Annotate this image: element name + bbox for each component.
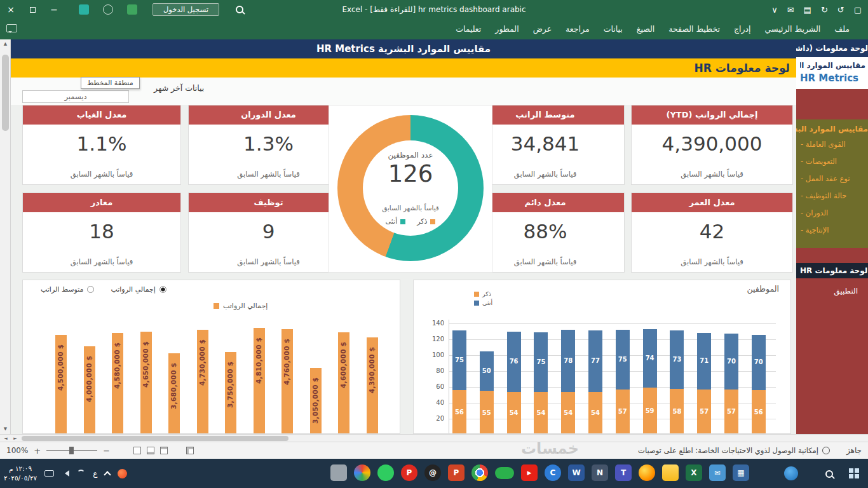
search-icon[interactable] bbox=[236, 4, 243, 16]
comments-icon[interactable] bbox=[6, 24, 17, 32]
scroll-up-icon[interactable]: ▲ bbox=[0, 39, 11, 49]
cortana-icon[interactable] bbox=[784, 466, 798, 480]
zoom-slider-thumb[interactable] bbox=[69, 447, 74, 454]
powerpoint-icon[interactable]: P bbox=[448, 464, 465, 481]
kpi-card-hires[interactable]: توظيف 9 قياساً بالشهر السابق bbox=[188, 193, 349, 273]
excel-app-icon[interactable] bbox=[127, 4, 137, 15]
app-launcher-icon[interactable] bbox=[79, 4, 89, 15]
printer-icon[interactable] bbox=[330, 464, 347, 481]
clock[interactable]: ١٢:٠٩ م ٢٠٢٥/٠٥/٢٧ bbox=[4, 464, 37, 482]
pinterest-icon[interactable]: P bbox=[401, 464, 417, 481]
kpi-title: معدل العمر bbox=[632, 193, 792, 212]
email-icon[interactable]: ✉ bbox=[787, 5, 794, 15]
wifi-icon[interactable] bbox=[77, 470, 85, 478]
excel-icon[interactable]: X bbox=[686, 464, 702, 481]
vertical-scroll-thumb[interactable] bbox=[2, 55, 9, 131]
employees-chart-panel[interactable]: الموظفين ذكرأنثى 14012010080604020755650… bbox=[413, 280, 791, 434]
radio-option-average-salary[interactable]: متوسط الراتب bbox=[41, 285, 94, 294]
minimize-icon[interactable]: − bbox=[43, 0, 65, 19]
ribbon-tab-8[interactable]: عرض bbox=[526, 19, 559, 39]
ribbon-tab-6[interactable]: بيانات bbox=[597, 19, 630, 39]
employee-count-donut-chart[interactable]: عدد الموظفين 126 قياساً بالشهر السابق ذك… bbox=[337, 115, 484, 261]
threads-icon[interactable]: @ bbox=[424, 464, 441, 481]
restore-icon[interactable] bbox=[22, 0, 43, 19]
opera-icon[interactable] bbox=[118, 469, 127, 478]
legend-marker bbox=[400, 219, 405, 224]
mail-icon[interactable]: ✉ bbox=[709, 464, 726, 481]
sign-in-button[interactable]: تسجيل الدخول bbox=[153, 3, 219, 16]
salary-chart-panel[interactable]: متوسط الراتب إجمالي الرواتب إجمالي الروا… bbox=[22, 280, 400, 434]
ribbon-tab-5[interactable]: الصيغ bbox=[630, 19, 662, 39]
volume-icon[interactable] bbox=[62, 470, 69, 477]
scroll-down-icon[interactable]: ▼ bbox=[0, 424, 11, 434]
ribbon-tab-4[interactable]: تخطيط الصفحة bbox=[661, 19, 727, 39]
zoom-in-button[interactable]: + bbox=[34, 446, 41, 456]
kpi-card-absence-rate[interactable]: معدل الغياب 1.1% قياساً بالشهر السابق bbox=[22, 105, 181, 185]
kpi-note: قياساً بالشهر السابق bbox=[189, 170, 348, 179]
sidebar-item-3[interactable]: - نوع عقد العمل bbox=[796, 170, 868, 187]
female-bar-label: 76 bbox=[507, 358, 521, 365]
sidebar-item-5[interactable]: - الدوران bbox=[796, 205, 868, 222]
page-break-view-icon[interactable] bbox=[133, 447, 141, 454]
save-icon[interactable]: ▢ bbox=[854, 5, 862, 15]
zoom-level[interactable]: 100% bbox=[6, 446, 28, 455]
photos-icon[interactable] bbox=[354, 464, 370, 481]
sidebar-item-hr-dashboard[interactable]: لوحة معلومات HR bbox=[796, 263, 868, 278]
youtube-icon[interactable]: ▶ bbox=[521, 464, 538, 481]
ribbon-tab-3[interactable]: إدراج bbox=[727, 19, 758, 39]
sidebar-item-app[interactable]: التطبيق bbox=[796, 287, 868, 295]
sidebar-item-6[interactable]: - الإنتاجية bbox=[796, 222, 868, 239]
kpi-card-leavers[interactable]: مغادر 18 قياساً بالشهر السابق bbox=[22, 193, 181, 273]
month-selector[interactable]: ديسمبر bbox=[22, 90, 129, 103]
green-oval-app-icon[interactable] bbox=[495, 467, 514, 479]
ribbon-tab-10[interactable]: تعليمات bbox=[449, 19, 488, 39]
ribbon-tab-7[interactable]: مراجعة bbox=[559, 19, 597, 39]
word-icon[interactable]: W bbox=[568, 464, 585, 481]
ribbon-tab-2[interactable]: الشريط الرئيسي bbox=[758, 19, 828, 39]
hidden-icons-chevron-icon[interactable] bbox=[104, 471, 111, 478]
sidebar-item-1[interactable]: - القوى العاملة bbox=[796, 136, 868, 153]
corel-app-icon[interactable]: C bbox=[545, 464, 561, 481]
page-layout-view-icon[interactable] bbox=[147, 447, 154, 454]
kpi-card-turnover-rate[interactable]: معدل الدوران 1.3% قياساً بالشهر السابق bbox=[188, 105, 349, 185]
normal-view-icon[interactable] bbox=[160, 447, 168, 454]
horizontal-scroll-thumb[interactable] bbox=[22, 436, 288, 441]
notifications-icon[interactable] bbox=[103, 4, 113, 15]
grid-view-icon[interactable] bbox=[186, 447, 194, 454]
kpi-card-total-salaries-ytd[interactable]: إجمالي الرواتب (YTD) 4,390,000 قياساً با… bbox=[631, 105, 793, 185]
gridline bbox=[449, 323, 776, 324]
customize-quick-access-icon[interactable]: ∨ bbox=[771, 5, 778, 15]
undo-icon[interactable]: ↺ bbox=[837, 5, 844, 15]
zoom-out-button[interactable]: − bbox=[103, 446, 110, 456]
calculator-icon[interactable]: ▦ bbox=[733, 464, 749, 481]
sidebar-item-4[interactable]: - حالة التوظيف bbox=[796, 187, 868, 205]
firefox-icon[interactable] bbox=[639, 464, 655, 481]
radio-average-salary[interactable] bbox=[87, 286, 94, 293]
file-explorer-icon[interactable] bbox=[662, 464, 679, 481]
vertical-scrollbar[interactable]: ▲ ▼ bbox=[0, 39, 11, 434]
close-icon[interactable]: × bbox=[0, 0, 22, 19]
radio-option-total-salaries[interactable]: إجمالي الرواتب bbox=[111, 285, 166, 294]
teams-icon[interactable]: T bbox=[615, 464, 632, 481]
chrome-icon[interactable] bbox=[471, 464, 488, 481]
zoom-slider[interactable] bbox=[46, 450, 97, 451]
redo-icon[interactable]: ↻ bbox=[821, 5, 828, 15]
horizontal-scrollbar[interactable]: ◄ ► bbox=[0, 434, 868, 442]
ribbon-tab-9[interactable]: المطور bbox=[488, 19, 526, 39]
kpi-note: قياساً بالشهر السابق bbox=[632, 257, 792, 266]
male-bar-label: 59 bbox=[643, 407, 657, 414]
start-button[interactable] bbox=[849, 468, 859, 478]
accessibility-status[interactable]: إمكانية الوصول لذوي الاحتياجات الخاصة: ا… bbox=[638, 446, 830, 455]
taskbar-search-icon[interactable] bbox=[825, 468, 833, 480]
salary-bar-label: 3,050,000 $ bbox=[311, 367, 320, 424]
kpi-card-average-age[interactable]: معدل العمر 42 قياساً بالشهر السابق bbox=[631, 193, 793, 273]
whatsapp-icon[interactable] bbox=[377, 464, 394, 481]
sidebar-item-2[interactable]: - التعويضات bbox=[796, 153, 868, 170]
ribbon-tab-1[interactable]: ملف bbox=[827, 19, 857, 39]
print-icon[interactable]: ▤ bbox=[804, 5, 811, 15]
radio-total-salaries[interactable] bbox=[159, 286, 166, 293]
onenote-icon[interactable]: N bbox=[592, 464, 608, 481]
touch-keyboard-icon[interactable] bbox=[44, 470, 54, 477]
male-bar-label: 57 bbox=[616, 408, 630, 415]
language-indicator[interactable]: ع bbox=[93, 469, 97, 478]
